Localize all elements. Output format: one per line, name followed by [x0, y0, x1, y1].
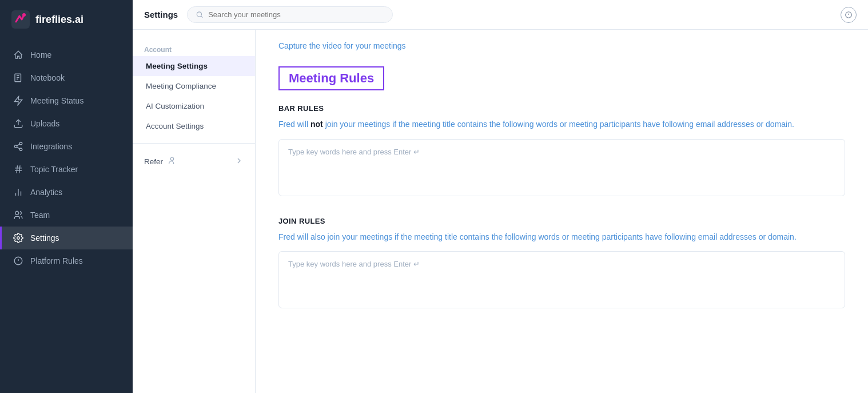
logo: fireflies.ai — [0, 0, 133, 39]
sidebar-item-topic-tracker[interactable]: Topic Tracker — [0, 158, 133, 181]
sidebar-item-notebook[interactable]: Notebook — [0, 66, 133, 89]
sub-nav-account-settings[interactable]: Account Settings — [133, 116, 255, 136]
sidebar: fireflies.ai Home Notebook Meeting Statu… — [0, 0, 133, 393]
sidebar-item-uploads[interactable]: Uploads — [0, 112, 133, 135]
bar-rules-not: not — [310, 120, 323, 129]
sidebar-item-uploads-label: Uploads — [30, 119, 59, 128]
sidebar-item-platform-rules-label: Platform Rules — [30, 256, 83, 265]
sidebar-item-team-label: Team — [30, 211, 50, 220]
search-icon — [196, 10, 204, 19]
join-rules-section: JOIN RULES Fred will also join your meet… — [278, 217, 845, 311]
page-content: Capture the video for your meetings Meet… — [256, 30, 868, 393]
sidebar-item-settings[interactable]: Settings — [0, 227, 133, 249]
account-section-label: Account — [133, 41, 255, 56]
sub-nav-meeting-settings[interactable]: Meeting Settings — [133, 56, 255, 76]
content-area: Account Meeting Settings Meeting Complia… — [133, 30, 868, 393]
gear-icon — [13, 233, 23, 243]
bar-rules-section: BAR RULES Fred will not join your meetin… — [278, 104, 845, 199]
svg-rect-0 — [11, 10, 30, 29]
sidebar-item-meeting-status[interactable]: Meeting Status — [0, 89, 133, 112]
svg-line-11 — [17, 165, 18, 173]
svg-point-1 — [22, 13, 26, 17]
svg-point-21 — [197, 12, 202, 17]
sidebar-item-home[interactable]: Home — [0, 43, 133, 66]
sidebar-item-analytics[interactable]: Analytics — [0, 181, 133, 204]
sidebar-item-topic-tracker-label: Topic Tracker — [30, 165, 78, 174]
meeting-rules-title: Meeting Rules — [289, 71, 374, 86]
sidebar-item-integrations[interactable]: Integrations — [0, 135, 133, 158]
sidebar-item-settings-label: Settings — [30, 233, 59, 243]
sidebar-item-team[interactable]: Team — [0, 204, 133, 227]
lightning-icon — [13, 96, 23, 106]
capture-text: Capture the video for your meetings — [278, 41, 845, 50]
sub-sidebar-divider — [133, 143, 255, 144]
sub-nav-ai-customization[interactable]: AI Customization — [133, 96, 255, 116]
refer-label: Refer — [144, 157, 163, 166]
svg-point-17 — [17, 237, 20, 240]
notebook-icon — [13, 73, 23, 83]
integrations-icon — [13, 141, 23, 152]
topbar-title: Settings — [144, 10, 178, 19]
sidebar-nav: Home Notebook Meeting Status Uploads — [0, 39, 133, 393]
meeting-rules-title-box: Meeting Rules — [278, 66, 384, 90]
svg-point-5 — [14, 145, 17, 148]
sidebar-item-notebook-label: Notebook — [30, 73, 65, 82]
svg-point-16 — [15, 211, 19, 215]
svg-point-4 — [19, 142, 22, 145]
join-rules-input[interactable] — [278, 251, 845, 308]
topbar: Settings — [133, 0, 868, 30]
info-icon — [13, 256, 23, 266]
search-bar[interactable] — [187, 6, 393, 23]
svg-rect-2 — [15, 74, 21, 82]
sidebar-item-analytics-label: Analytics — [30, 188, 62, 197]
info-button[interactable] — [841, 7, 857, 23]
refer-item[interactable]: Refer — [133, 150, 255, 173]
logo-text: fireflies.ai — [35, 14, 83, 26]
bar-rules-description: Fred will not join your meetings if the … — [278, 118, 845, 131]
main-area: Settings Account Meeting Settings Meetin… — [133, 0, 868, 393]
join-rules-label: JOIN RULES — [278, 217, 845, 225]
sidebar-item-meeting-status-label: Meeting Status — [30, 96, 83, 105]
home-icon — [13, 50, 23, 60]
analytics-icon — [13, 187, 23, 197]
search-input[interactable] — [208, 10, 384, 19]
sidebar-item-home-label: Home — [30, 50, 51, 59]
svg-point-25 — [170, 157, 173, 160]
svg-line-12 — [19, 165, 21, 173]
bar-rules-label: BAR RULES — [278, 104, 845, 113]
sub-nav-meeting-compliance[interactable]: Meeting Compliance — [133, 76, 255, 96]
svg-point-6 — [19, 148, 22, 151]
logo-icon — [11, 10, 30, 29]
sidebar-item-integrations-label: Integrations — [30, 142, 72, 151]
bar-rules-input[interactable] — [278, 139, 845, 196]
hashtag-icon — [13, 164, 23, 174]
join-rules-description: Fred will also join your meetings if the… — [278, 231, 845, 244]
sub-sidebar: Account Meeting Settings Meeting Complia… — [133, 30, 256, 393]
upload-icon — [13, 118, 23, 129]
svg-line-8 — [17, 144, 19, 146]
info-circle-icon — [845, 11, 853, 19]
person-icon — [168, 156, 177, 167]
team-icon — [13, 210, 23, 220]
sidebar-item-platform-rules[interactable]: Platform Rules — [0, 249, 133, 272]
svg-line-7 — [17, 147, 19, 149]
refer-arrow-icon — [234, 156, 244, 167]
